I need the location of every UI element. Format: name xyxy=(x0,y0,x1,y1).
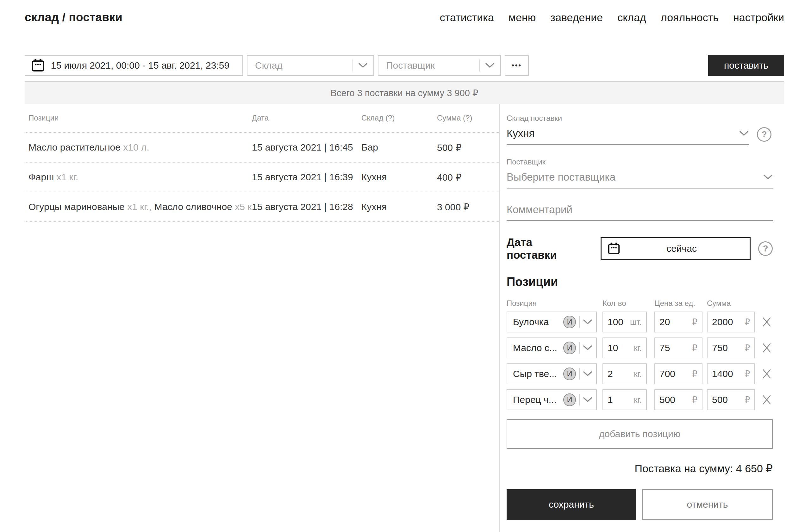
chevron-down-icon xyxy=(739,131,749,136)
calendar-icon xyxy=(32,59,44,72)
chevron-down-icon xyxy=(583,345,592,351)
item-row: Сыр тве...И2кг.700₽1400₽ xyxy=(507,363,773,384)
item-price-input[interactable]: 20₽ xyxy=(654,311,703,332)
item-qty-input[interactable]: 100шт. xyxy=(602,311,647,332)
date-range-filter[interactable]: 15 июля 2021, 00:00 - 15 авг. 2021, 23:5… xyxy=(25,55,243,76)
row-date: 15 августа 2021 | 16:28 xyxy=(252,202,361,212)
save-button[interactable]: сохранить xyxy=(507,489,636,520)
nav-item-3[interactable]: заведение xyxy=(550,12,603,24)
spacer xyxy=(529,55,708,76)
warehouse-select[interactable]: Кухня xyxy=(507,123,749,145)
chevron-down-icon xyxy=(583,319,592,325)
price-value: 75 xyxy=(659,343,670,353)
more-filters-button[interactable]: ••• xyxy=(505,55,529,76)
item-name-value: Масло с... xyxy=(513,343,563,353)
divider xyxy=(579,368,580,380)
warehouse-filter-placeholder: Склад xyxy=(255,60,348,71)
cancel-button[interactable]: отменить xyxy=(642,489,773,520)
remove-item-icon[interactable] xyxy=(761,317,772,327)
item-name-select[interactable]: БулочкаИ xyxy=(507,311,597,332)
items-column-labels: ПозицияКол-воЦена за ед.Сумма xyxy=(507,299,773,308)
help-icon[interactable]: ? xyxy=(758,241,773,256)
item-qty-input[interactable]: 1кг. xyxy=(602,390,647,410)
create-supply-button[interactable]: поставить xyxy=(708,55,784,76)
nav-item-2[interactable]: меню xyxy=(508,12,536,24)
help-icon[interactable]: ? xyxy=(757,127,771,142)
ruble-sign: ₽ xyxy=(745,317,750,327)
ingredient-badge: И xyxy=(563,342,576,354)
item-qty-input[interactable]: 2кг. xyxy=(602,363,647,384)
sum-value: 2000 xyxy=(712,317,733,327)
item-sum-input[interactable]: 1400₽ xyxy=(707,363,755,384)
comment-input[interactable] xyxy=(507,199,773,221)
nav-item-4[interactable]: склад xyxy=(617,12,646,24)
qty-value: 100 xyxy=(607,317,623,327)
item-price-input[interactable]: 75₽ xyxy=(654,338,703,358)
column-header-4: Сумма (?) xyxy=(437,114,499,122)
position-part: Огурцы маринованые xyxy=(29,202,127,212)
row-sum: 400 ₽ xyxy=(437,172,499,183)
qty-unit: кг. xyxy=(634,343,642,353)
supplier-select[interactable]: Выберите поставщика xyxy=(507,166,773,189)
nav-item-6[interactable]: настройки xyxy=(733,12,784,24)
row-warehouse: Кухня xyxy=(361,202,437,212)
ingredient-badge: И xyxy=(563,316,576,328)
ruble-sign: ₽ xyxy=(745,395,750,405)
row-date: 15 августа 2021 | 16:45 xyxy=(252,142,361,153)
add-item-button[interactable]: добавить позицию xyxy=(507,419,773,449)
item-qty-input[interactable]: 10кг. xyxy=(602,338,647,358)
supplier-filter[interactable]: Поставщик xyxy=(378,55,501,76)
item-sum-input[interactable]: 2000₽ xyxy=(707,311,755,332)
remove-item-icon[interactable] xyxy=(761,343,772,353)
nav-item-5[interactable]: лояльность xyxy=(661,12,718,24)
column-header-1: Позиции xyxy=(29,114,252,122)
supply-date-button[interactable]: сейчас xyxy=(601,237,751,260)
item-name-select[interactable]: Масло с...И xyxy=(507,338,597,358)
column-header-3: Склад (?) xyxy=(361,114,437,122)
ruble-sign: ₽ xyxy=(745,369,750,379)
supplier-filter-placeholder: Поставщик xyxy=(386,60,474,71)
nav-item-1[interactable]: статистика xyxy=(440,12,494,24)
divider xyxy=(579,316,580,328)
supply-date-label: Дата поставки xyxy=(507,236,581,261)
filter-row: 15 июля 2021, 00:00 - 15 авг. 2021, 23:5… xyxy=(25,55,784,76)
summary-text: Всего 3 поставки на сумму 3 900 ₽ xyxy=(331,88,479,98)
position-part: Фарш xyxy=(29,172,57,182)
column-header-2: Дата xyxy=(252,114,361,122)
table-row[interactable]: Огурцы маринованые x1 кг., Масло сливочн… xyxy=(25,192,499,222)
row-sum: 500 ₽ xyxy=(437,142,499,153)
item-price-input[interactable]: 500₽ xyxy=(654,390,703,410)
warehouse-filter[interactable]: Склад xyxy=(247,55,374,76)
item-sum-input[interactable]: 500₽ xyxy=(707,390,755,410)
item-row: БулочкаИ100шт.20₽2000₽ xyxy=(507,311,773,332)
qty-value: 1 xyxy=(607,394,613,405)
table-body: Масло растительное x10 л.15 августа 2021… xyxy=(25,133,499,222)
ruble-sign: ₽ xyxy=(692,369,697,379)
price-value: 500 xyxy=(659,394,675,405)
row-warehouse: Бар xyxy=(361,142,437,153)
item-sum-input[interactable]: 750₽ xyxy=(707,338,755,358)
item-name-select[interactable]: Сыр тве...И xyxy=(507,363,597,384)
item-name-select[interactable]: Перец ч...И xyxy=(507,390,597,410)
main-nav: статистикаменюзаведениескладлояльностьна… xyxy=(440,12,784,24)
supplier-field-label: Поставщик xyxy=(507,157,773,166)
ruble-sign: ₽ xyxy=(692,343,697,353)
ingredient-badge: И xyxy=(563,394,576,406)
qty-unit: шт. xyxy=(630,317,642,327)
price-value: 20 xyxy=(659,317,670,327)
ruble-sign: ₽ xyxy=(692,317,697,327)
position-part: x5 кг... xyxy=(235,202,252,212)
remove-item-icon[interactable] xyxy=(761,394,772,405)
price-value: 700 xyxy=(659,368,675,379)
supply-total: Поставка на сумму: 4 650 ₽ xyxy=(507,462,773,475)
supplies-table: ПозицииДатаСклад (?)Сумма (?) Масло раст… xyxy=(25,104,499,222)
remove-item-icon[interactable] xyxy=(761,368,772,379)
chevron-down-icon xyxy=(583,371,592,377)
table-row[interactable]: Масло растительное x10 л.15 августа 2021… xyxy=(25,133,499,163)
row-positions: Огурцы маринованые x1 кг., Масло сливочн… xyxy=(29,202,252,212)
sum-value: 1400 xyxy=(712,368,733,379)
table-row[interactable]: Фарш x1 кг.15 августа 2021 | 16:39Кухня4… xyxy=(25,163,499,192)
item-price-input[interactable]: 700₽ xyxy=(654,363,703,384)
qty-unit: кг. xyxy=(634,395,642,405)
ellipsis-icon: ••• xyxy=(512,62,522,69)
